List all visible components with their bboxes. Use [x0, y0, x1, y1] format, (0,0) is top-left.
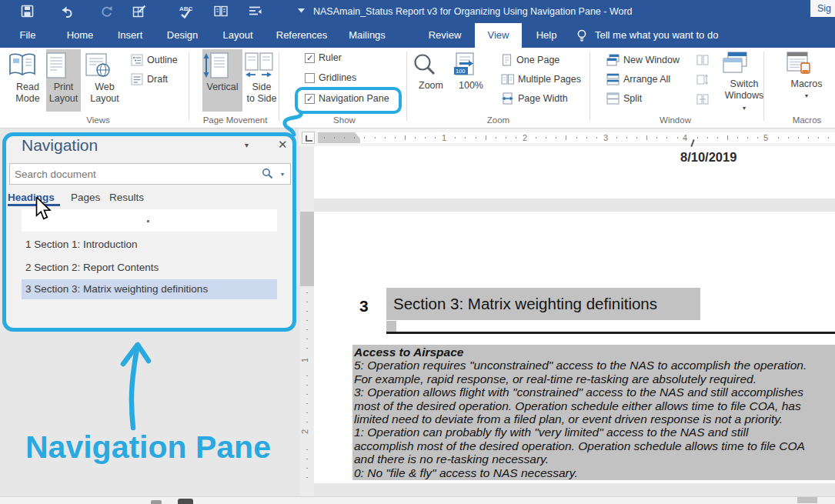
qat-more-icon[interactable]: [298, 8, 312, 22]
switch-windows-label2: Windows ▾: [722, 90, 767, 114]
split-button[interactable]: Split: [606, 92, 642, 105]
undo-icon[interactable]: [59, 5, 73, 18]
ruler-tick: [656, 137, 657, 139]
tell-me-box[interactable]: Tell me what you want to do: [595, 23, 718, 48]
tab-insert[interactable]: Insert: [115, 23, 145, 48]
status-bar: [0, 496, 835, 504]
one-page-label: One Page: [516, 55, 559, 65]
ruler-tick: [306, 459, 308, 459]
nav-tab-pages[interactable]: Pages: [71, 192, 100, 203]
zoom-group-label: Zoom: [462, 115, 535, 125]
page-width-button[interactable]: Page Width: [501, 92, 568, 105]
switch-windows-icon: [722, 51, 767, 75]
ruler-tick: [737, 137, 738, 139]
ruler-checkbox[interactable]: ✓ Ruler: [305, 52, 342, 63]
multiple-pages-button[interactable]: Multiple Pages: [501, 73, 581, 85]
print-layout-icon: [46, 52, 81, 78]
outline-button[interactable]: Outline: [131, 54, 178, 66]
sign-in-button[interactable]: Sig: [810, 0, 835, 17]
navigation-pane-title: Navigation: [22, 136, 98, 155]
draft-button[interactable]: Draft: [131, 73, 168, 85]
read-mode-icon[interactable]: [213, 5, 227, 18]
ruler-tick: [375, 137, 376, 139]
nav-tab-results[interactable]: Results: [109, 192, 144, 203]
macros-button[interactable]: Macros ▾: [786, 51, 827, 102]
tab-file[interactable]: File: [15, 23, 40, 48]
tab-mailings[interactable]: Mailings: [346, 23, 389, 48]
paragraph-format-icon[interactable]: [248, 5, 262, 18]
ruler-tick: [306, 394, 308, 395]
ruler-label: Ruler: [319, 52, 342, 63]
switch-windows-button[interactable]: Switch Windows ▾: [722, 51, 767, 114]
ruler-tick: [798, 137, 799, 139]
ruler-tick: [405, 135, 406, 140]
body-line: and there is no re-tasking necessary.: [354, 452, 835, 466]
zoom-button[interactable]: Zoom: [412, 52, 449, 92]
document-page-1[interactable]: [314, 146, 835, 199]
reset-window-position-icon[interactable]: [696, 94, 709, 105]
search-icon[interactable]: [262, 168, 273, 179]
ruler-checkbox-box: ✓: [305, 53, 315, 63]
read-mode-button[interactable]: Read Mode: [8, 52, 47, 105]
multiple-pages-label: Multiple Pages: [518, 74, 581, 85]
ruler-number: 1: [442, 133, 446, 142]
web-layout-button[interactable]: Web Layout: [85, 52, 125, 105]
window-title: NASAmain_Status Report v3 for Organizing…: [313, 6, 633, 17]
side-to-side-button[interactable]: Side to Side: [243, 52, 280, 105]
page-width-label: Page Width: [518, 93, 568, 104]
nav-heading-item-1[interactable]: 1 Section 1: Introduction: [22, 235, 277, 255]
tab-help[interactable]: Help: [533, 23, 560, 48]
body-line: 3: Operation allows flight with "constra…: [354, 386, 835, 399]
body-line: 5: Operation requires "unconstrained" ac…: [354, 359, 835, 372]
spell-check-icon[interactable]: ABC: [179, 5, 192, 18]
ruler-tick: [818, 137, 819, 139]
ribbon-view: Read Mode Print Layout Web Layout Outlin…: [0, 48, 835, 129]
word-window: ABC NASAmain_Status Report v3 for Organi…: [0, 0, 835, 504]
nav-blank-heading[interactable]: [22, 209, 277, 232]
taskbar-peek-icon: [151, 500, 162, 504]
taskbar-peek-icon2: [178, 499, 193, 504]
print-layout-button[interactable]: Print Layout: [46, 49, 81, 112]
read-mode-label: Read Mode: [8, 82, 47, 105]
ruler-tick: [306, 422, 308, 422]
horizontal-scrollbar-thumb[interactable]: [797, 497, 817, 503]
gridlines-checkbox[interactable]: Gridlines: [305, 72, 356, 83]
tab-review[interactable]: Review: [426, 23, 463, 48]
tab-home[interactable]: Home: [64, 23, 96, 48]
new-window-button[interactable]: New Window: [606, 54, 680, 66]
ruler-tick: [476, 137, 476, 139]
nav-heading-item-2[interactable]: 2 Section 2: Report Contents: [22, 258, 277, 278]
tab-view[interactable]: View: [475, 23, 522, 48]
one-page-button[interactable]: One Page: [501, 54, 559, 66]
ruler-tick: [586, 137, 587, 139]
navigation-pane-caret-icon[interactable]: ▾: [245, 141, 249, 149]
vertical-ruler[interactable]: 1 2: [300, 146, 314, 496]
tab-design[interactable]: Design: [164, 23, 201, 48]
view-side-by-side-icon[interactable]: [696, 55, 709, 65]
body-line: 1: Operation can probably fly with "very…: [354, 426, 835, 439]
nav-heading-item-3[interactable]: 3 Section 3: Matrix weighting definition…: [22, 279, 277, 299]
outline-label: Outline: [147, 55, 178, 65]
arrange-all-icon: [606, 73, 620, 85]
tab-layout[interactable]: Layout: [219, 23, 256, 48]
save-icon[interactable]: [21, 5, 35, 18]
horizontal-ruler[interactable]: 1 2 3 4 5: [318, 132, 835, 143]
ruler-tick: [306, 329, 308, 330]
ruler-tick: [306, 302, 308, 302]
draft-icon: [131, 73, 143, 85]
redo-icon[interactable]: [100, 5, 114, 18]
search-caret-icon[interactable]: ▾: [281, 171, 284, 178]
gridlines-checkbox-box: [305, 73, 315, 83]
zoom-100-icon: 100: [453, 52, 489, 77]
ruler-tick: [306, 292, 308, 293]
draw-table-icon[interactable]: [132, 5, 146, 18]
web-layout-label: Web Layout: [85, 82, 125, 105]
ruler-tick: [788, 137, 789, 139]
arrange-all-button[interactable]: Arrange All: [606, 73, 670, 85]
search-document-input[interactable]: Search document ▾: [9, 163, 291, 185]
synchronous-scrolling-icon[interactable]: [696, 74, 709, 85]
vertical-button[interactable]: Vertical: [202, 49, 242, 112]
zoom-100-button[interactable]: 100 100%: [453, 52, 489, 92]
ruler-tick: [666, 137, 667, 139]
tab-references[interactable]: References: [273, 23, 330, 48]
